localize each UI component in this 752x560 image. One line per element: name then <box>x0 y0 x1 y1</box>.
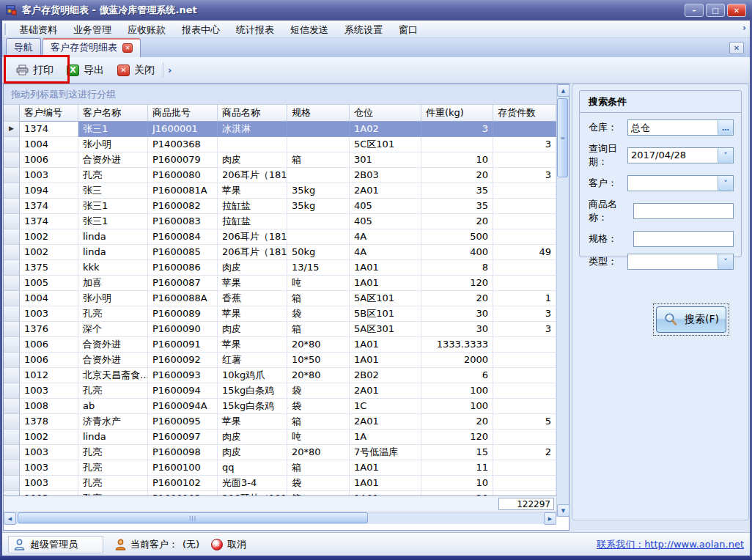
cell[interactable]: 11 <box>421 460 493 476</box>
cell[interactable]: 49 <box>493 245 556 260</box>
cell[interactable]: 5C区101 <box>350 137 421 152</box>
cell[interactable]: P1600083 <box>148 214 218 229</box>
cell[interactable]: 10 <box>421 476 493 491</box>
cell[interactable]: 405 <box>350 199 421 214</box>
cell[interactable]: 3 <box>493 306 556 322</box>
cell[interactable]: 3 <box>421 122 493 137</box>
cell[interactable]: kkk <box>78 260 148 276</box>
cell[interactable]: 合资外进 <box>78 353 148 368</box>
cell[interactable]: 1003 <box>20 476 78 491</box>
cell[interactable]: P1600088A <box>148 291 218 306</box>
menu-item-1[interactable]: 业务管理 <box>65 22 119 37</box>
dropdown-input[interactable]: 2017/04/28˅ <box>627 147 734 163</box>
cell[interactable]: 拉缸盐 <box>218 199 287 214</box>
cell[interactable]: 15 <box>421 445 493 460</box>
close-report-button[interactable]: ✕ 关闭 <box>111 61 161 80</box>
tab-close-icon[interactable]: ✕ <box>122 43 133 53</box>
cell[interactable]: 35kg <box>287 199 350 214</box>
cell[interactable]: 500 <box>421 229 493 245</box>
cell[interactable]: ab <box>78 399 148 414</box>
cell[interactable]: 50kg <box>287 245 350 260</box>
cell[interactable] <box>218 137 287 152</box>
menu-item-7[interactable]: 窗口 <box>391 22 426 37</box>
scroll-left-icon[interactable]: ◀ <box>4 512 16 525</box>
column-header-4[interactable]: 规格 <box>287 105 350 122</box>
cell[interactable]: 35 <box>421 199 493 214</box>
table-row[interactable]: 1376深个P1600090肉皮箱5A区301303 <box>4 322 556 337</box>
cell[interactable]: 20 <box>421 168 493 183</box>
cell[interactable]: 5 <box>493 414 556 430</box>
cell[interactable]: 400 <box>421 245 493 260</box>
cell[interactable]: P1600091 <box>148 337 218 353</box>
cell[interactable]: 1003 <box>20 383 78 399</box>
cell[interactable]: 5A区101 <box>350 291 421 306</box>
cell[interactable] <box>287 137 350 152</box>
cell[interactable]: P1600079 <box>148 152 218 168</box>
cell[interactable]: 1003 <box>20 460 78 476</box>
table-row[interactable]: 1004张小明P1600088A香蕉箱5A区101201 <box>4 291 556 306</box>
cell[interactable]: linda <box>78 430 148 445</box>
cell[interactable]: 20*80 <box>287 337 350 353</box>
cell[interactable]: 吨 <box>287 276 350 291</box>
cell[interactable]: 2A01 <box>350 183 421 199</box>
table-row[interactable]: 1006合资外进P1600091苹果20*801A011333.3333 <box>4 337 556 353</box>
cell[interactable]: 吨 <box>287 430 350 445</box>
cell[interactable]: 张三1 <box>78 122 148 137</box>
cell[interactable]: 8 <box>421 260 493 276</box>
table-row[interactable]: 1094张三P1600081A苹果35kg2A0135 <box>4 183 556 199</box>
table-row[interactable]: 1008abP1600094A15kg白条鸡袋1C100 <box>4 399 556 414</box>
menu-overflow-chevron-icon[interactable]: › <box>742 23 746 33</box>
cell[interactable]: 20 <box>421 414 493 430</box>
cell[interactable]: 10*50 <box>287 353 350 368</box>
cell[interactable]: 孔亮 <box>78 306 148 322</box>
cell[interactable]: P1600081A <box>148 183 218 199</box>
cell[interactable]: 1375 <box>20 260 78 276</box>
cell[interactable]: 2000 <box>421 353 493 368</box>
table-row[interactable]: 1006合资外进P1600092红薯10*501A012000 <box>4 353 556 368</box>
cell[interactable]: 张小明 <box>78 291 148 306</box>
maximize-button[interactable]: □ <box>706 4 725 17</box>
cell[interactable]: 206耳片（181... <box>218 229 287 245</box>
table-row[interactable]: 1002lindaP1600084206耳片（181...4A500 <box>4 229 556 245</box>
cell[interactable]: 5B区101 <box>350 306 421 322</box>
cell[interactable] <box>493 337 556 353</box>
vertical-scroll-thumb[interactable]: ≡ <box>557 98 568 177</box>
table-row[interactable]: 1374张三1P1600083拉缸盐40520 <box>4 214 556 229</box>
chevron-down-icon[interactable]: ˅ <box>718 176 733 191</box>
cell[interactable] <box>287 214 350 229</box>
tab-customer-inventory-detail[interactable]: 客户存货明细表 ✕ <box>43 38 141 57</box>
table-row[interactable]: 1003孔亮P1600102光面3-4袋1A0110 <box>4 476 556 491</box>
contact-link[interactable]: 联系我们：http://www.aolan.net <box>597 538 744 551</box>
menu-item-4[interactable]: 统计报表 <box>228 22 282 37</box>
cell[interactable] <box>493 260 556 276</box>
cell[interactable]: 30 <box>421 322 493 337</box>
cell[interactable]: 1A01 <box>350 276 421 291</box>
cell[interactable]: P1600097 <box>148 430 218 445</box>
search-text-input[interactable] <box>633 231 734 247</box>
export-button[interactable]: X 导出 <box>60 61 111 80</box>
table-row[interactable]: 1003孔亮P160009415kg白条鸡袋2A01100 <box>4 383 556 399</box>
cell[interactable]: 1C <box>350 399 421 414</box>
cell[interactable]: linda <box>78 245 148 260</box>
dropdown-input[interactable]: ˅ <box>627 254 734 270</box>
cell[interactable]: 箱 <box>287 291 350 306</box>
ellipsis-button[interactable]: … <box>718 120 733 135</box>
cell[interactable]: qq <box>218 460 287 476</box>
cell[interactable] <box>493 353 556 368</box>
cell[interactable]: 1003 <box>20 306 78 322</box>
table-row[interactable]: 1378济青水产P1600095苹果箱2A01205 <box>4 414 556 430</box>
cell[interactable]: 10kg鸡爪 <box>218 368 287 383</box>
scroll-up-icon[interactable]: ▲ <box>557 84 569 97</box>
cell[interactable]: 6 <box>421 368 493 383</box>
dropdown-input[interactable]: ˅ <box>627 175 734 191</box>
cell[interactable]: 1003 <box>20 168 78 183</box>
cell[interactable]: 肉皮 <box>218 152 287 168</box>
cell[interactable]: 孔亮 <box>78 460 148 476</box>
cell[interactable]: 苹果 <box>218 183 287 199</box>
tabstrip-close-icon[interactable]: ✕ <box>729 42 744 54</box>
cell[interactable]: 1333.3333 <box>421 337 493 353</box>
cell[interactable] <box>493 460 556 476</box>
cell[interactable]: 1094 <box>20 183 78 199</box>
cell[interactable]: 1012 <box>20 368 78 383</box>
menu-item-6[interactable]: 系统设置 <box>336 22 391 37</box>
